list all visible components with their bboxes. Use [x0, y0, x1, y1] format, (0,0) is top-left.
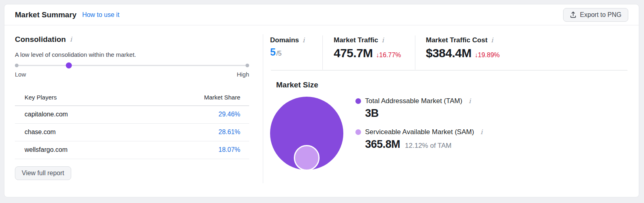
domain-cell: chase.com	[15, 124, 141, 141]
slider-low-label: Low	[15, 71, 26, 78]
export-button-label: Export to PNG	[580, 11, 621, 19]
col-header-key-players: Key Players	[15, 90, 141, 106]
info-icon[interactable]: i	[469, 98, 471, 104]
col-header-market-share: Market Share	[141, 90, 249, 106]
tam-label: Total Addressable Market (TAM)	[365, 97, 462, 105]
domains-value: 5	[270, 46, 275, 58]
domains-label: Domains	[270, 36, 299, 44]
card-body: Consolidation i A low level of consolida…	[4, 25, 639, 197]
sam-value: 365.8M	[365, 138, 400, 151]
sam-bubble[interactable]	[294, 145, 320, 171]
stat-market-traffic: Market Traffic i 475.7M ↓16.77%	[322, 35, 415, 70]
market-share-link[interactable]: 18.07%	[219, 146, 240, 153]
key-players-table: Key Players Market Share capitalone.com …	[15, 90, 249, 159]
how-to-use-link[interactable]: How to use it	[82, 11, 119, 19]
page-title: Market Summary	[15, 10, 76, 19]
sam-label: Serviceable Available Market (SAM)	[365, 128, 474, 136]
domains-total: /5	[276, 50, 281, 57]
tam-value: 3B	[365, 107, 379, 120]
consolidation-title: Consolidation	[15, 35, 66, 44]
domain-cell: capitalone.com	[15, 106, 141, 124]
consolidation-section: Consolidation i A low level of consolida…	[4, 25, 263, 197]
market-summary-card: Market Summary How to use it Export to P…	[4, 4, 639, 197]
info-icon[interactable]: i	[382, 37, 384, 44]
market-size-title: Market Size	[276, 81, 318, 89]
consolidation-slider[interactable]	[15, 62, 249, 68]
upload-icon	[570, 11, 576, 18]
table-row: chase.com 28.61%	[15, 124, 249, 141]
consolidation-description: A low level of consolidation within the …	[15, 51, 249, 59]
stat-domains: Domains i 5 /5	[263, 35, 322, 70]
stat-market-traffic-cost: Market Traffic Cost i $384.4M ↓19.89%	[415, 35, 500, 70]
market-traffic-value: 475.7M	[334, 46, 373, 60]
sam-dot-icon	[355, 129, 361, 135]
market-share-link[interactable]: 28.61%	[219, 128, 240, 135]
tam-dot-icon	[355, 98, 361, 104]
info-icon[interactable]: i	[70, 36, 72, 43]
info-icon[interactable]: i	[491, 37, 493, 44]
market-traffic-cost-change: ↓19.89%	[475, 52, 500, 59]
card-header: Market Summary How to use it Export to P…	[4, 4, 639, 25]
slider-end-dot-left	[15, 64, 19, 67]
view-full-report-button[interactable]: View full report	[15, 166, 71, 180]
domain-cell: wellsfargo.com	[15, 141, 141, 159]
market-size-section: Market Size Total Addressable Market (TA…	[263, 70, 639, 182]
stats-row: Domains i 5 /5 Market Traffic i 475.7M	[263, 34, 639, 70]
market-share-link[interactable]: 29.46%	[219, 111, 240, 118]
market-size-legend: Total Addressable Market (TAM) i 3B Serv…	[355, 97, 483, 159]
sam-percent-of-tam: 12.12% of TAM	[405, 142, 452, 150]
table-row: capitalone.com 29.46%	[15, 106, 249, 124]
export-to-png-button[interactable]: Export to PNG	[563, 8, 628, 22]
tam-legend-item: Total Addressable Market (TAM) i	[355, 97, 483, 105]
market-traffic-cost-label: Market Traffic Cost	[426, 36, 487, 44]
market-traffic-cost-value: $384.4M	[426, 46, 471, 60]
market-stats-section: Domains i 5 /5 Market Traffic i 475.7M	[263, 34, 639, 183]
slider-end-dot-right	[246, 64, 249, 67]
view-full-report-label: View full report	[22, 170, 64, 177]
info-icon[interactable]: i	[303, 37, 305, 44]
slider-high-label: High	[237, 71, 249, 78]
market-traffic-label: Market Traffic	[334, 36, 378, 44]
slider-thumb[interactable]	[66, 62, 72, 68]
sam-legend-item: Serviceable Available Market (SAM) i	[355, 128, 483, 136]
info-icon[interactable]: i	[481, 129, 483, 135]
market-traffic-change: ↓16.77%	[376, 52, 401, 59]
slider-track	[15, 65, 249, 66]
table-row: wellsfargo.com 18.07%	[15, 141, 249, 159]
